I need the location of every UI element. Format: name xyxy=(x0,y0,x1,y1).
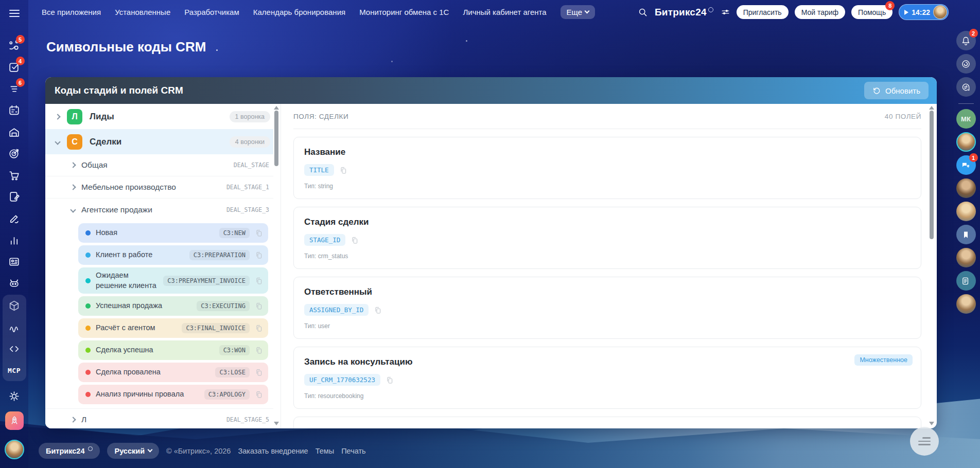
copy-icon[interactable] xyxy=(255,228,263,238)
stage-row-apology[interactable]: Анализ причины провала C3:APOLOGY xyxy=(78,385,268,404)
sidebar-item-sign[interactable] xyxy=(3,207,26,229)
sidebar-item-workflows[interactable] xyxy=(3,316,26,338)
sidebar-item-documents[interactable] xyxy=(3,186,26,207)
bookmarks-button[interactable] xyxy=(956,225,976,244)
field-code-chip[interactable]: UF_CRM_1770632523 xyxy=(304,374,380,386)
field-code-chip[interactable]: ASSIGNED_BY_ID xyxy=(304,304,369,316)
copy-icon[interactable] xyxy=(351,236,359,245)
quick-menu-button[interactable] xyxy=(910,427,939,456)
field-code-chip[interactable]: STAGE_ID xyxy=(304,234,345,246)
stage-name: Сделка успешна xyxy=(96,345,153,355)
footer-brand-button[interactable]: Битрикс24 xyxy=(39,443,100,459)
nav-installed[interactable]: Установленные xyxy=(115,8,170,16)
scroll-up-icon[interactable] xyxy=(274,106,279,110)
user-avatar[interactable] xyxy=(956,248,976,267)
notifications-button[interactable]: 2 xyxy=(956,31,976,50)
refresh-button[interactable]: Обновить xyxy=(864,82,929,99)
chat-sync-button[interactable] xyxy=(956,77,976,97)
copy-icon[interactable] xyxy=(255,276,263,285)
stage-row-lose[interactable]: Сделка провалена C3:LOSE xyxy=(78,363,268,382)
stage-row-preparation[interactable]: Клиент в работе C3:PREPARATION xyxy=(78,245,268,265)
footer-link-implementation[interactable]: Заказать внедрение xyxy=(238,447,308,455)
tree-entity-leads[interactable]: Л Лиды 1 воронка xyxy=(45,104,273,129)
sidebar-item-shop[interactable] xyxy=(3,164,26,186)
sidebar-item-tasks[interactable]: 4 xyxy=(3,56,26,78)
user-avatar[interactable] xyxy=(956,178,976,198)
language-selector[interactable]: Русский xyxy=(107,443,159,459)
user-avatar[interactable] xyxy=(956,294,976,314)
stage-row-executing[interactable]: Успешная продажа C3:EXECUTING xyxy=(78,296,268,316)
sliders-icon xyxy=(721,7,730,17)
sidebar-item-market[interactable] xyxy=(3,295,26,316)
sidebar-item-bi[interactable] xyxy=(3,229,26,250)
help-button[interactable]: Помощь 8 xyxy=(851,5,892,19)
nav-agent-cabinet[interactable]: Личный кабинет агента xyxy=(463,8,546,16)
sidebar-item-mcp[interactable]: MCP xyxy=(3,359,26,381)
copy-icon[interactable] xyxy=(386,375,394,385)
stage-row-prepayment[interactable]: Ожидаем решение клиента C3:PREPAYMENT_IN… xyxy=(78,267,268,294)
tariff-button[interactable]: Мой тариф xyxy=(795,5,845,19)
time-tracker[interactable]: 14:22 xyxy=(899,4,949,20)
sidebar-item-crm-marketing[interactable]: 5 xyxy=(3,34,26,56)
sidebar-item-boost[interactable] xyxy=(3,410,26,431)
stage-row-final-invoice[interactable]: Расчёт с агентом C3:FINAL_INVOICE xyxy=(78,318,268,338)
tree-scrollbar[interactable] xyxy=(273,105,279,427)
scrollbar-thumb[interactable] xyxy=(930,111,934,239)
star xyxy=(216,49,218,51)
copy-icon[interactable] xyxy=(255,368,263,377)
copy-icon[interactable] xyxy=(339,166,347,175)
sidebar-item-copilot[interactable] xyxy=(3,272,26,294)
nav-all-apps[interactable]: Все приложения xyxy=(42,8,101,16)
copy-icon[interactable] xyxy=(255,346,263,355)
nav-booking-calendar[interactable]: Календарь бронирования xyxy=(253,8,345,16)
scroll-up-icon[interactable] xyxy=(929,106,934,110)
nav-more-button[interactable]: Еще xyxy=(561,5,596,19)
copy-icon[interactable] xyxy=(374,305,382,315)
fields-scrollbar[interactable] xyxy=(929,105,935,427)
filter-settings-button[interactable] xyxy=(721,7,730,17)
tree-entity-deals[interactable]: С Сделки 4 воронки xyxy=(45,129,273,154)
sidebar-item-drive[interactable] xyxy=(3,121,26,142)
sidebar-item-crm[interactable] xyxy=(3,142,26,164)
tree-funnel-furniture[interactable]: Мебельное производство DEAL_STAGE_1 xyxy=(45,176,273,199)
chevron-down-icon[interactable] xyxy=(70,207,76,212)
stage-row-new[interactable]: Новая C3:NEW xyxy=(78,223,268,243)
footer-link-themes[interactable]: Темы xyxy=(316,447,335,455)
user-avatar-mk[interactable]: МК xyxy=(956,109,976,129)
scroll-down-icon[interactable] xyxy=(274,422,279,425)
brand-logo[interactable]: Битрикс24 xyxy=(655,7,713,18)
nav-1c-monitoring[interactable]: Мониторинг обмена с 1С xyxy=(359,8,449,16)
sidebar-item-calendar[interactable] xyxy=(3,99,26,121)
copy-icon[interactable] xyxy=(255,390,263,399)
chevron-right-icon[interactable] xyxy=(55,114,60,119)
news-button[interactable] xyxy=(956,271,976,291)
stage-row-won[interactable]: Сделка успешна C3:WON xyxy=(78,340,268,360)
field-code-chip[interactable]: TITLE xyxy=(304,164,334,176)
sidebar-item-settings[interactable] xyxy=(3,385,26,407)
user-avatar[interactable] xyxy=(956,132,976,152)
scroll-down-icon[interactable] xyxy=(929,422,934,425)
tree-funnel-general[interactable]: Общая DEAL_STAGE xyxy=(45,154,273,176)
messenger-button[interactable]: 1 xyxy=(956,155,976,175)
copy-icon[interactable] xyxy=(255,301,263,311)
invite-button[interactable]: Пригласить xyxy=(737,5,789,19)
tree-funnel-agent-sales[interactable]: Агентские продажи DEAL_STAGE_3 xyxy=(45,199,273,221)
chevron-right-icon[interactable] xyxy=(70,162,76,168)
sidebar-item-developer[interactable] xyxy=(3,338,26,359)
sidebar-item-company[interactable] xyxy=(3,250,26,272)
search-button[interactable] xyxy=(638,7,647,17)
copilot-button[interactable] xyxy=(956,54,976,74)
user-avatar[interactable] xyxy=(956,202,976,221)
copy-icon[interactable] xyxy=(255,250,263,260)
sidebar-user-avatar[interactable] xyxy=(3,439,26,460)
scrollbar-thumb[interactable] xyxy=(274,111,278,166)
copy-icon[interactable] xyxy=(255,323,263,333)
menu-hamburger-icon[interactable] xyxy=(9,8,20,19)
footer-link-print[interactable]: Печать xyxy=(341,447,366,455)
chevron-right-icon[interactable] xyxy=(70,417,76,422)
tree-funnel-partial[interactable]: Л DEAL_STAGE_5 xyxy=(45,408,273,428)
sidebar-item-feed[interactable]: 6 xyxy=(3,78,26,99)
chevron-down-icon[interactable] xyxy=(55,139,60,145)
chevron-right-icon[interactable] xyxy=(70,184,76,190)
nav-developers[interactable]: Разработчикам xyxy=(184,8,239,16)
